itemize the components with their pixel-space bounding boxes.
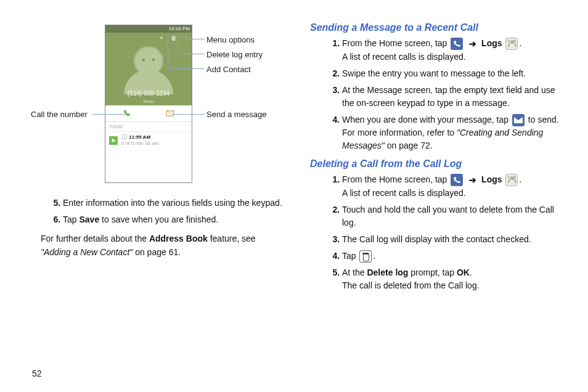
label-delete-log: Delete log entry [206,50,263,59]
leader-line [171,114,205,115]
text: . [519,38,521,48]
text: Tap [63,214,79,224]
leader-line [168,35,168,68]
heading-sending-message: Sending a Message to a Recent Call [310,22,567,33]
logs-label: Logs [481,174,502,184]
send-step-1: From the Home screen, tap ➔ Logs . A lis… [342,37,567,63]
text: feature, see [208,234,256,243]
text: prompt, tap [408,267,457,277]
text: A list of recent calls is displayed. [342,188,466,198]
address-book-label: Address Book [149,234,208,243]
text: . [519,174,521,184]
arrow-icon: ➔ [469,38,476,51]
leader-line [92,114,125,115]
logs-icon [505,174,518,186]
call-button [105,105,149,121]
del-step-5: At the Delete log prompt, tap OK. The ca… [342,266,567,292]
del-step-3: The Call log will display with the conta… [342,233,567,246]
text: At the [342,267,367,277]
page-number: 52 [32,369,42,378]
send-step-4: When you are done with your message, tap… [342,113,567,152]
trash-icon: 🗑 [171,35,177,41]
send-steps: From the Home screen, tap ➔ Logs . A lis… [310,37,567,152]
text: on page 61. [133,247,181,257]
log-time: 11:55 AM [129,134,150,140]
left-steps: Enter information into the various field… [31,197,288,226]
send-step-2: Swipe the entry you want to message to t… [342,67,567,80]
save-label: Save [79,214,99,224]
contact-location: Texas [105,99,192,104]
del-step-4: Tap . [342,250,567,263]
text: For more information, refer to [342,128,457,137]
log-duration: 0 hr 0 min 38 sec [121,141,159,146]
del-step-2: Touch and hold the call you want to dele… [342,203,567,229]
details-paragraph: For further details about the Address Bo… [31,232,288,259]
step-6: Tap Save to save when you are finished. [63,213,288,226]
text: to send. [526,115,559,125]
text: A list of recent calls is displayed. [342,52,466,62]
outgoing-call-icon [109,136,118,145]
text: on page 72. [385,141,433,150]
text: From the Home screen, tap [342,38,449,48]
phone-figure: 12:16 PM + 🗑 ⋮ (514) 000-1234 Texas [31,18,288,188]
send-icon [512,114,525,126]
trash-icon [359,250,372,263]
phone-app-icon [451,38,463,50]
label-send-message: Send a message [206,110,267,119]
text: From the Home screen, tap [342,174,449,184]
logs-icon [505,38,518,50]
log-clock-icon: 🕓 [121,134,129,140]
ref-link: "Adding a New Contact" [41,247,133,257]
log-row: 🕓 11:55 AM 0 hr 0 min 38 sec [105,132,192,149]
leader-line [186,35,187,39]
message-button [149,105,192,121]
text: Tap [342,251,358,261]
phone-app-icon [451,174,463,186]
leader-line [178,54,205,54]
text: to save when you are finished. [99,214,218,224]
send-step-3: At the Message screen, tap the empty tex… [342,84,567,110]
phone-mock: 12:16 PM + 🗑 ⋮ (514) 000-1234 Texas [105,25,192,183]
contact-number: (514) 000-1234 [105,90,192,97]
leader-line [178,35,178,54]
text: The call is deleted from the Call log. [342,280,480,290]
del-step-1: From the Home screen, tap ➔ Logs . A lis… [342,173,567,200]
arrow-icon: ➔ [469,174,476,187]
ok-label: OK [457,267,470,277]
label-add-contact: Add Contact [206,65,251,74]
status-bar: 12:16 PM [105,25,192,33]
text: . [470,267,472,277]
add-contact-icon: + [158,35,165,41]
label-menu-options: Menu options [206,35,255,44]
contact-header: + 🗑 ⋮ (514) 000-1234 Texas [105,33,192,105]
leader-line [186,39,205,39]
text: When you are done with your message, tap [342,115,511,125]
logs-label: Logs [481,38,502,48]
label-call-number: Call the number [31,110,88,119]
text: . [373,251,375,261]
text: For further details about the [41,234,149,243]
today-label: TODAY [105,122,192,132]
delete-steps: From the Home screen, tap ➔ Logs . A lis… [310,173,567,292]
leader-line [168,68,205,69]
heading-deleting-call: Deleting a Call from the Call Log [310,158,567,169]
step-5: Enter information into the various field… [63,197,288,210]
delete-log-label: Delete log [367,267,408,277]
